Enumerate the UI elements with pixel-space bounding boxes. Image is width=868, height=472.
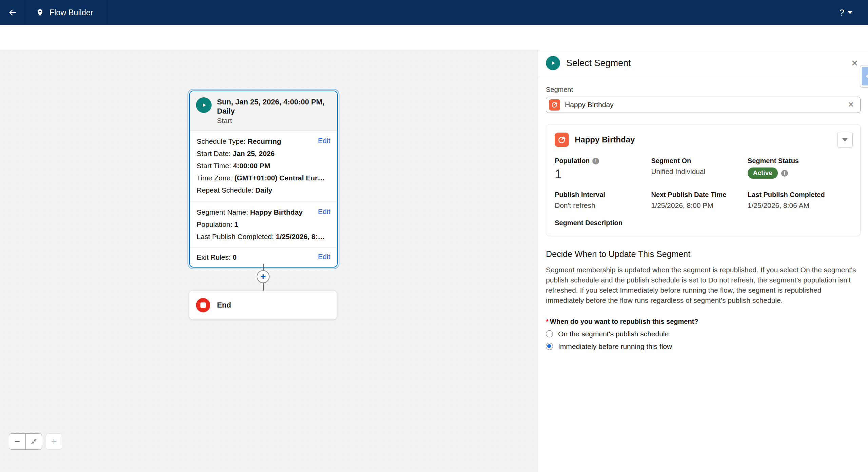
question-text: When do you want to republish this segme… — [550, 318, 698, 325]
segment-description-label: Segment Description — [555, 219, 852, 227]
row-value: 1/25/2026, 8:… — [276, 233, 325, 240]
required-asterisk: * — [546, 318, 549, 325]
segment-field-label: Segment — [546, 86, 861, 94]
play-icon — [549, 59, 557, 67]
segment-fields-grid: Populationi 1 Segment On Unified Individ… — [555, 157, 852, 210]
app-context: Flow Builder — [25, 0, 107, 25]
republish-question: *When do you want to republish this segm… — [546, 318, 861, 326]
radio-label: Immediately before running this flow — [558, 342, 672, 351]
select-segment-panel: Select Segment ✕ Segment Happy Birthday … — [537, 50, 868, 472]
add-element-button[interactable]: + — [257, 270, 270, 283]
chevron-left-icon — [866, 74, 868, 79]
help-menu[interactable]: ? — [840, 0, 868, 25]
chevron-down-icon — [842, 138, 848, 141]
panel-title: Select Segment — [566, 58, 631, 68]
update-section-body: Segment membership is updated when the s… — [546, 265, 861, 306]
pie-icon — [551, 101, 558, 109]
info-icon[interactable]: i — [781, 170, 788, 177]
row-label: Repeat Schedule: — [197, 186, 253, 194]
collapse-handle-surface — [862, 67, 868, 85]
row-label: Time Zone: — [197, 174, 232, 182]
row-label: Segment Name: — [197, 208, 248, 216]
end-node-label: End — [217, 301, 231, 310]
publish-interval-value: Don't refresh — [555, 201, 651, 210]
radio-button[interactable] — [546, 330, 553, 337]
plus-icon: + — [260, 272, 266, 281]
start-node-subtitle: Start — [217, 117, 331, 125]
population-value: 1 — [555, 168, 651, 181]
field-label: Last Publish Completed — [748, 191, 825, 199]
selected-segment-pill: Happy Birthday — [565, 101, 614, 109]
segment-card-header: Happy Birthday — [555, 133, 852, 147]
segment-icon — [555, 133, 569, 147]
arrow-left-icon — [7, 7, 18, 18]
minus-icon: − — [15, 436, 20, 447]
row-value: (GMT+01:00) Central Eur… — [234, 174, 325, 182]
row-value: Jan 25, 2026 — [233, 150, 275, 157]
segment-card-menu-button[interactable] — [837, 132, 853, 148]
zoom-out-button[interactable]: − — [9, 434, 25, 449]
edit-exit-rules-link[interactable]: Edit — [318, 253, 330, 261]
row-label: Last Publish Completed: — [197, 233, 274, 240]
collapse-panel-handle[interactable] — [860, 65, 868, 87]
flow-toolbar: Debug Save As New Version Save Activate — [0, 25, 868, 50]
start-node-title: Sun, Jan 25, 2026, 4:00:00 PM, Daily — [217, 97, 331, 116]
segment-card-title: Happy Birthday — [575, 135, 635, 144]
radio-label: On the segment's publish schedule — [558, 330, 669, 338]
segment-on-value: Unified Individual — [651, 168, 747, 176]
segment-combobox[interactable]: Happy Birthday ✕ — [546, 97, 861, 113]
segment-status-field: Segment Status Active i — [748, 157, 852, 181]
edit-schedule-link[interactable]: Edit — [318, 137, 330, 145]
zoom-in-button[interactable]: + — [46, 433, 62, 450]
clear-selection-button[interactable]: ✕ — [848, 100, 854, 109]
flow-canvas[interactable]: Sun, Jan 25, 2026, 4:00:00 PM, Daily Sta… — [0, 50, 537, 472]
start-element-icon — [546, 56, 560, 70]
stop-square-icon — [200, 302, 206, 308]
field-label: Publish Interval — [555, 191, 605, 199]
pie-icon — [557, 135, 567, 144]
field-label: Next Publish Date Time — [651, 191, 726, 199]
schedule-section: Schedule Type: Recurring Start Date: Jan… — [190, 130, 337, 201]
segment-detail-card: Happy Birthday Populationi 1 Segment On … — [546, 124, 861, 236]
help-icon: ? — [840, 7, 844, 18]
row-label: Population: — [197, 220, 232, 228]
row-label: Start Date: — [197, 150, 231, 157]
row-value: Daily — [255, 186, 272, 194]
row-value: Recurring — [248, 137, 281, 145]
app-title: Flow Builder — [50, 8, 93, 17]
field-label: Population — [555, 157, 590, 165]
field-label: Segment On — [651, 157, 691, 165]
row-value: 0 — [233, 253, 237, 261]
radio-publish-schedule[interactable]: On the segment's publish schedule — [546, 330, 861, 338]
end-icon — [196, 298, 210, 312]
segment-section: Segment Name: Happy Birthday Population:… — [190, 201, 337, 248]
row-value: 1 — [234, 220, 238, 228]
start-icon — [196, 97, 212, 113]
row-label: Schedule Type: — [197, 137, 245, 145]
row-value: 4:00:00 PM — [233, 162, 270, 170]
fit-to-view-button[interactable] — [25, 434, 42, 449]
radio-button[interactable] — [546, 343, 553, 350]
edit-segment-link[interactable]: Edit — [318, 208, 330, 216]
last-publish-value: 1/25/2026, 8:06 AM — [748, 201, 852, 210]
population-field: Populationi 1 — [555, 157, 651, 181]
last-publish-field: Last Publish Completed 1/25/2026, 8:06 A… — [748, 191, 852, 210]
end-node[interactable]: End — [189, 291, 337, 319]
close-panel-button[interactable]: ✕ — [850, 57, 860, 70]
row-label: Start Time: — [197, 162, 231, 170]
zoom-controls: − — [9, 433, 42, 450]
publish-interval-field: Publish Interval Don't refresh — [555, 191, 651, 210]
start-node[interactable]: Sun, Jan 25, 2026, 4:00:00 PM, Daily Sta… — [189, 91, 338, 268]
location-pin-icon — [36, 8, 44, 17]
info-icon[interactable]: i — [592, 158, 599, 164]
back-button[interactable] — [0, 0, 25, 25]
chevron-down-icon — [848, 11, 852, 14]
row-label: Exit Rules: — [197, 253, 231, 261]
segment-on-field: Segment On Unified Individual — [651, 157, 747, 181]
field-label: Segment Status — [748, 157, 799, 165]
next-publish-field: Next Publish Date Time 1/25/2026, 8:00 P… — [651, 191, 747, 210]
row-value: Happy Birthday — [250, 208, 303, 216]
radio-immediately-before-flow[interactable]: Immediately before running this flow — [546, 342, 861, 351]
status-badge: Active — [748, 168, 778, 179]
plus-icon: + — [51, 436, 57, 447]
